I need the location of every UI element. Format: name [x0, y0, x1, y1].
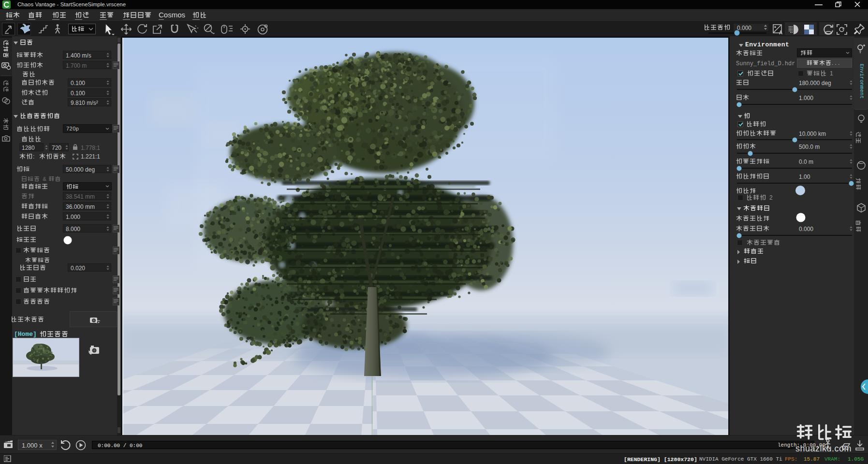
svg-text:.: .: [835, 60, 837, 66]
svg-text:&: &: [43, 176, 46, 182]
svg-text:7: 7: [66, 126, 69, 131]
svg-text:.: .: [838, 60, 839, 66]
svg-text:2: 2: [769, 194, 773, 201]
svg-text::: :: [33, 153, 34, 160]
svg-text:1: 1: [830, 70, 833, 77]
svg-text:2: 2: [70, 126, 73, 131]
svg-text:A: A: [779, 30, 782, 35]
svg-text:0: 0: [73, 126, 75, 131]
svg-text:p: p: [76, 126, 79, 131]
svg-text:.: .: [832, 60, 833, 66]
